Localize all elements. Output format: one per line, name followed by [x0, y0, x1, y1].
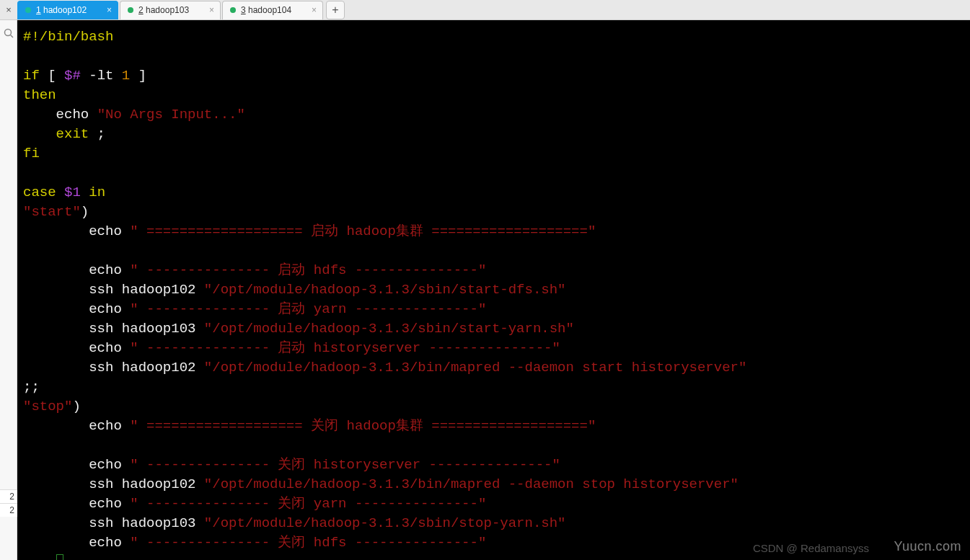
close-panel-icon[interactable]: ×: [0, 4, 17, 15]
status-dot-icon: [128, 7, 133, 13]
left-gutter: [0, 20, 17, 560]
tab-label: 3 hadoop104: [241, 5, 304, 15]
tab-hadoop103[interactable]: 2 hadoop103×: [120, 1, 221, 19]
svg-point-0: [4, 30, 11, 36]
search-icon[interactable]: [3, 27, 14, 39]
content-row: #!/bin/bash if [ $# -lt 1 ] then echo "N…: [0, 20, 970, 560]
tab-label: 2 hadoop103: [138, 5, 202, 15]
tab-hadoop104[interactable]: 3 hadoop104×: [222, 1, 323, 19]
watermark-csdn: CSDN @ Redamansyss: [753, 542, 869, 554]
left-sidebar-fragment: 22: [0, 489, 17, 517]
close-icon[interactable]: ×: [209, 5, 214, 15]
code-editor[interactable]: #!/bin/bash if [ $# -lt 1 ] then echo "N…: [17, 20, 970, 560]
tab-bar: × 1 hadoop102×2 hadoop103×3 hadoop104× +: [0, 0, 970, 20]
tab-hadoop102[interactable]: 1 hadoop102×: [17, 1, 118, 19]
add-tab-button[interactable]: +: [326, 1, 345, 19]
status-dot-icon: [230, 7, 236, 13]
close-icon[interactable]: ×: [312, 5, 317, 15]
close-icon[interactable]: ×: [107, 5, 112, 15]
watermark-yuucn: Yuucn.com: [894, 539, 961, 554]
tab-label: 1 hadoop102: [36, 5, 100, 15]
svg-line-1: [10, 35, 13, 38]
sidebar-row: 2: [0, 503, 17, 517]
sidebar-row: 2: [0, 489, 17, 503]
status-dot-icon: [25, 7, 31, 13]
cursor: [56, 554, 63, 560]
